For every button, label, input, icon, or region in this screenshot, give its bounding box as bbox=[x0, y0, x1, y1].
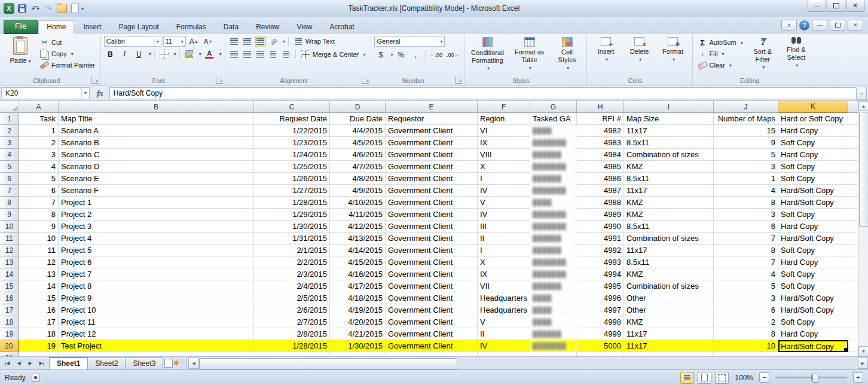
cell-B8[interactable]: Project 1 bbox=[59, 197, 254, 209]
cell-F13[interactable]: X bbox=[478, 256, 530, 268]
help-button[interactable]: ? bbox=[799, 20, 809, 30]
cell-J8[interactable]: 8 bbox=[714, 197, 778, 209]
delete-cells-button[interactable]: × Delete▾ bbox=[624, 36, 656, 65]
undo-button[interactable]: ↶▾ bbox=[30, 3, 41, 14]
cell-I8[interactable]: KMZ bbox=[624, 197, 714, 209]
normal-view-button[interactable] bbox=[680, 372, 694, 384]
scroll-down-icon[interactable]: ▼ bbox=[858, 346, 868, 356]
cell-H1[interactable]: RFI # bbox=[577, 113, 624, 125]
name-box[interactable]: K20▾ bbox=[1, 87, 90, 99]
scroll-up-icon[interactable]: ▲ bbox=[858, 101, 868, 111]
copy-button[interactable]: Copy▾ bbox=[38, 48, 97, 59]
cell-D9[interactable]: 4/11/2015 bbox=[330, 209, 386, 221]
cell-B12[interactable]: Project 5 bbox=[59, 245, 254, 256]
ribbon-tab-acrobat[interactable]: Acrobat bbox=[321, 20, 362, 34]
autosum-button[interactable]: ΣAutoSum▾ bbox=[696, 37, 745, 48]
cell-I12[interactable]: 11x17 bbox=[624, 245, 714, 256]
cell-H3[interactable]: 4983 bbox=[577, 137, 624, 149]
page-layout-view-button[interactable] bbox=[698, 372, 711, 384]
column-header-f[interactable]: F bbox=[478, 101, 530, 113]
cell-H16[interactable]: 4996 bbox=[577, 292, 624, 304]
cell-H13[interactable]: 4993 bbox=[577, 256, 624, 268]
increase-decimal-button[interactable]: ←.00 bbox=[429, 50, 444, 60]
cell-F15[interactable]: VII bbox=[478, 280, 530, 292]
cell-E2[interactable]: Government Client bbox=[386, 125, 478, 137]
cell-B3[interactable]: Scenario B bbox=[59, 137, 254, 149]
cell-H10[interactable]: 4990 bbox=[577, 221, 624, 233]
fill-handle[interactable] bbox=[843, 347, 848, 352]
cell-E16[interactable]: Government Client bbox=[386, 292, 478, 304]
cell-J11[interactable]: 7 bbox=[714, 233, 778, 245]
zoom-in-button[interactable]: + bbox=[853, 372, 863, 383]
cell-A14[interactable]: 13 bbox=[19, 268, 59, 280]
cell-F7[interactable]: IV bbox=[478, 185, 530, 197]
cell-F16[interactable]: Headquarters bbox=[478, 292, 530, 304]
cell-J19[interactable]: 8 bbox=[714, 328, 778, 340]
cell-F9[interactable]: IV bbox=[478, 209, 530, 221]
cell-J5[interactable]: 3 bbox=[714, 161, 778, 173]
cell-F10[interactable]: III bbox=[478, 221, 530, 233]
cell-J21[interactable] bbox=[714, 352, 778, 356]
ribbon-tab-home[interactable]: Home bbox=[38, 20, 74, 34]
cell-E3[interactable]: Government Client bbox=[386, 137, 478, 149]
column-header-g[interactable]: G bbox=[530, 101, 577, 113]
formula-input[interactable]: Hard/Soft Copy bbox=[109, 87, 857, 99]
cell-I20[interactable]: 11x17 bbox=[624, 340, 714, 352]
cell-A16[interactable]: 15 bbox=[19, 292, 59, 304]
cell-B6[interactable]: Scenario E bbox=[59, 173, 254, 185]
row-header-11[interactable]: 11 bbox=[0, 233, 19, 245]
minimize-button[interactable]: — bbox=[808, 0, 826, 12]
cell-A15[interactable]: 14 bbox=[19, 280, 59, 292]
row-header-13[interactable]: 13 bbox=[0, 256, 19, 268]
cell-A18[interactable]: 17 bbox=[19, 316, 59, 328]
cell-H15[interactable]: 4995 bbox=[577, 280, 624, 292]
cell-A20[interactable]: 19 bbox=[19, 340, 59, 352]
cell-D18[interactable]: 4/20/2015 bbox=[330, 316, 386, 328]
row-header-20[interactable]: 20 bbox=[0, 340, 19, 352]
cell-E21[interactable] bbox=[386, 352, 478, 356]
cell-I14[interactable]: KMZ bbox=[624, 268, 714, 280]
cell-E15[interactable]: Government Client bbox=[386, 280, 478, 292]
cell-C4[interactable]: 1/24/2015 bbox=[254, 149, 330, 161]
cell-K17[interactable]: Hard/Soft Copy bbox=[778, 304, 848, 316]
cell-J20[interactable]: 10 bbox=[714, 340, 778, 352]
column-header-h[interactable]: H bbox=[577, 101, 624, 113]
underline-button[interactable]: U bbox=[133, 49, 145, 59]
cell-H11[interactable]: 4991 bbox=[577, 233, 624, 245]
align-right-button[interactable] bbox=[255, 49, 266, 60]
cell-C10[interactable]: 1/30/2015 bbox=[254, 221, 330, 233]
cell-G2[interactable]: ████ bbox=[530, 125, 577, 137]
number-dialog-launcher-icon[interactable]: ↘ bbox=[455, 77, 462, 84]
cell-D19[interactable]: 4/21/2015 bbox=[330, 328, 386, 340]
find-select-button[interactable]: Find & Select▾ bbox=[780, 36, 812, 71]
cell-D7[interactable]: 4/9/2015 bbox=[330, 185, 386, 197]
decrease-font-size-button[interactable]: A▼ bbox=[202, 36, 215, 47]
cell-G9[interactable]: ███████ bbox=[530, 209, 577, 221]
clear-button[interactable]: Clear▾ bbox=[696, 60, 745, 71]
sort-filter-button[interactable]: AZ Sort & Filter▾ bbox=[747, 36, 779, 72]
cell-H21[interactable] bbox=[577, 352, 624, 356]
clipboard-dialog-launcher-icon[interactable]: ↘ bbox=[91, 77, 99, 84]
cell-D3[interactable]: 4/5/2015 bbox=[330, 137, 386, 149]
cell-H2[interactable]: 4982 bbox=[577, 125, 624, 137]
cell-E4[interactable]: Government Client bbox=[386, 149, 478, 161]
cell-E18[interactable]: Government Client bbox=[386, 316, 478, 328]
row-header-2[interactable]: 2 bbox=[0, 125, 19, 137]
bold-button[interactable]: B bbox=[104, 49, 117, 59]
cell-A7[interactable]: 6 bbox=[19, 185, 59, 197]
font-color-button[interactable]: A bbox=[203, 49, 216, 59]
cell-F6[interactable]: I bbox=[478, 173, 530, 185]
collapse-ribbon-button[interactable]: ∧ bbox=[781, 20, 797, 30]
row-header-9[interactable]: 9 bbox=[0, 209, 19, 221]
cell-G15[interactable]: ██████ bbox=[530, 280, 577, 292]
cell-B19[interactable]: Project 12 bbox=[59, 328, 254, 340]
cut-button[interactable]: ✂Cut bbox=[38, 37, 97, 48]
cell-D8[interactable]: 4/10/2015 bbox=[330, 197, 386, 209]
cell-D4[interactable]: 4/6/2015 bbox=[330, 149, 386, 161]
conditional-formatting-button[interactable]: Conditional Formatting▾ bbox=[467, 36, 508, 74]
cell-K20[interactable]: Hard/Soft Copy bbox=[778, 340, 848, 352]
cell-I17[interactable]: Other bbox=[624, 304, 714, 316]
cell-J18[interactable]: 2 bbox=[714, 316, 778, 328]
cell-B5[interactable]: Scenario D bbox=[59, 161, 254, 173]
cell-H6[interactable]: 4986 bbox=[577, 173, 624, 185]
